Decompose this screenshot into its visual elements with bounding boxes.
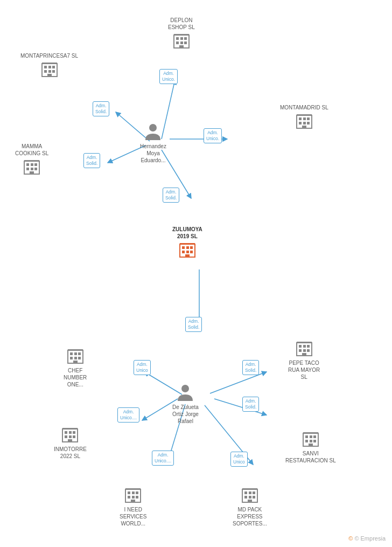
- node-mammacooking: MAMMA COOKING SL: [15, 141, 48, 176]
- building-icon-sanvi: [301, 429, 320, 448]
- node-sanvi: SANVI RESTAURACION SL: [285, 429, 336, 464]
- node-chefnumber: CHEF NUMBER ONE...: [64, 346, 87, 388]
- svg-rect-93: [313, 440, 316, 442]
- svg-rect-58: [180, 243, 195, 245]
- badge-adm-solid-mamma: Adm. Solid.: [83, 153, 100, 168]
- svg-rect-101: [132, 496, 135, 498]
- svg-rect-62: [74, 352, 77, 355]
- svg-rect-20: [179, 45, 184, 48]
- svg-rect-33: [303, 117, 306, 120]
- building-icon-zulumoya: [178, 240, 197, 259]
- svg-rect-14: [176, 37, 179, 40]
- watermark: © © Empresia: [348, 535, 386, 542]
- svg-rect-92: [310, 440, 312, 442]
- svg-rect-76: [302, 353, 306, 356]
- svg-rect-51: [182, 246, 185, 249]
- node-pepetaco: PEPE TACO RUA MAYOR SL: [288, 338, 320, 380]
- building-icon-pepetaco: [295, 338, 314, 358]
- svg-rect-52: [186, 246, 189, 249]
- svg-rect-74: [303, 349, 306, 352]
- svg-rect-109: [244, 496, 247, 498]
- svg-rect-86: [62, 428, 78, 430]
- svg-rect-95: [303, 432, 318, 434]
- svg-rect-24: [48, 66, 51, 68]
- svg-rect-110: [249, 496, 251, 498]
- svg-rect-54: [182, 251, 185, 253]
- person-icon-hernandez: [143, 122, 163, 141]
- svg-rect-29: [47, 74, 52, 77]
- svg-rect-28: [52, 70, 55, 73]
- svg-rect-82: [65, 435, 67, 438]
- svg-rect-30: [42, 63, 57, 64]
- svg-rect-72: [307, 345, 310, 348]
- svg-rect-98: [132, 491, 135, 494]
- svg-rect-18: [180, 41, 183, 44]
- badge-adm-solid-montaprincesa: Adm. Solid.: [93, 101, 109, 116]
- building-icon-montaprincesa: [40, 59, 59, 79]
- svg-rect-84: [73, 435, 75, 438]
- building-icon-mdpack: [240, 485, 260, 504]
- node-hernandez: Hernandez Moya Eduardo...: [140, 122, 166, 164]
- svg-rect-90: [313, 435, 316, 438]
- svg-rect-79: [65, 431, 67, 434]
- svg-rect-106: [244, 491, 247, 494]
- svg-rect-73: [299, 349, 302, 352]
- svg-rect-36: [303, 122, 306, 124]
- person-icon-dezulueta: [176, 383, 195, 402]
- svg-rect-100: [128, 496, 130, 498]
- svg-rect-64: [70, 357, 73, 359]
- node-zulumoya: ZULUMOYA 2019 SL: [172, 224, 202, 259]
- svg-rect-83: [69, 435, 72, 438]
- svg-rect-17: [176, 41, 179, 44]
- badge-adm-unico-montamadrid: Adm. Unico.: [204, 128, 222, 143]
- svg-rect-104: [125, 488, 141, 490]
- svg-rect-45: [31, 168, 33, 170]
- node-dezulueta: De Zulueta Ortiz Jorge Rafael: [172, 383, 199, 425]
- svg-rect-107: [249, 491, 251, 494]
- svg-rect-15: [180, 37, 183, 40]
- svg-rect-41: [26, 163, 29, 166]
- svg-rect-56: [190, 251, 193, 253]
- badge-adm-solid-dezulueta-top: Adm. Solid.: [185, 317, 202, 332]
- svg-rect-71: [303, 345, 306, 348]
- svg-point-59: [181, 385, 189, 392]
- svg-rect-26: [44, 70, 47, 73]
- svg-rect-65: [74, 357, 77, 359]
- svg-rect-42: [31, 163, 33, 166]
- building-icon-ineed: [123, 485, 143, 504]
- svg-rect-68: [68, 349, 83, 351]
- badge-adm-solid-pepe: Adm. Solid.: [242, 360, 259, 375]
- connection-lines: [0, 0, 392, 547]
- svg-rect-37: [307, 122, 310, 124]
- svg-rect-53: [190, 246, 193, 249]
- badge-adm-unico-inmotorre: Adm. Unico....: [117, 407, 139, 423]
- building-icon-deplon: [172, 31, 191, 50]
- svg-rect-103: [131, 500, 135, 502]
- svg-rect-81: [73, 431, 75, 434]
- svg-rect-67: [73, 361, 78, 363]
- svg-rect-113: [242, 488, 257, 490]
- svg-rect-23: [44, 66, 47, 68]
- svg-rect-38: [302, 126, 306, 128]
- badge-adm-unico-ineed: Adm. Unico....: [152, 451, 174, 466]
- building-icon-mammacooking: [22, 157, 41, 176]
- svg-rect-32: [299, 117, 302, 120]
- svg-rect-111: [253, 496, 255, 498]
- node-mdpack: MD PACK EXPRESS SOPORTES...: [233, 485, 267, 527]
- svg-rect-57: [185, 254, 190, 257]
- building-icon-chef: [66, 346, 85, 365]
- svg-rect-89: [310, 435, 312, 438]
- svg-rect-44: [26, 168, 29, 170]
- building-icon-montamadrid: [295, 111, 314, 130]
- svg-rect-75: [307, 349, 310, 352]
- svg-rect-39: [297, 114, 312, 116]
- svg-rect-112: [248, 500, 252, 502]
- svg-rect-88: [305, 435, 308, 438]
- svg-rect-43: [34, 163, 37, 166]
- node-ineedservices: I NEED SERVICES WORLD...: [120, 485, 146, 527]
- badge-adm-unico-sanvi: Adm. Unico: [230, 452, 248, 467]
- svg-rect-27: [48, 70, 51, 73]
- node-deplon: DEPLON ESHOP SL: [168, 15, 195, 50]
- diagram: DEPLON ESHOP SL MONTAPRINCESA7 SL: [0, 0, 392, 547]
- svg-rect-25: [52, 66, 55, 68]
